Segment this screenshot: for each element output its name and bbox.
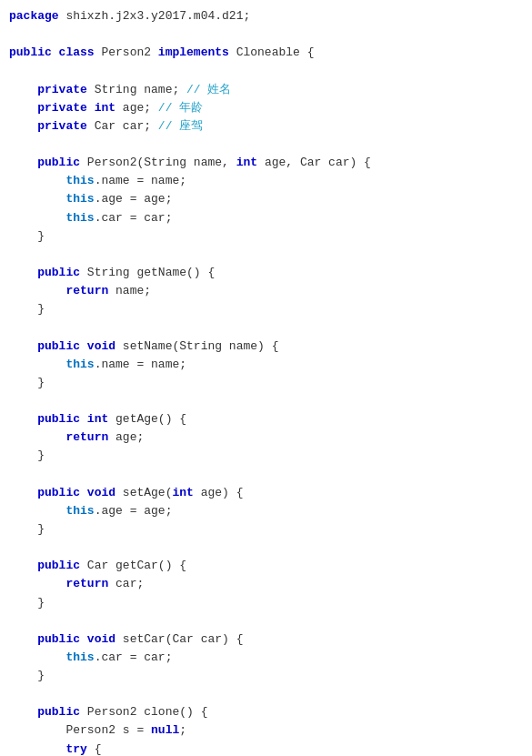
setname-decl: public void setName(String name) { [9,338,523,356]
setage-close: } [9,520,523,539]
field-name: private String name; // 姓名 [9,81,523,99]
blank-line [9,539,523,557]
clone-try: try { [9,741,523,756]
setage-this: this.age = age; [9,502,523,520]
blank-line [9,612,523,630]
getage-close: } [9,447,523,465]
code-editor: package shixzh.j2x3.y2017.m04.d21; publi… [0,7,532,756]
setname-close: } [9,374,523,392]
setname-this: this.name = name; [9,356,523,374]
blank-line [9,62,523,80]
blank-line [9,685,523,703]
package-line: package shixzh.j2x3.y2017.m04.d21; [9,7,523,25]
getage-decl: public int getAge() { [9,410,523,428]
blank-line [9,25,523,44]
setcar-this: this.car = car; [9,649,523,667]
constructor-this-car: this.car = car; [9,209,523,227]
blank-line [9,466,523,484]
getcar-return: return car; [9,575,523,593]
getcar-decl: public Car getCar() { [9,557,523,575]
blank-line [9,136,523,154]
field-age: private int age; // 年龄 [9,99,523,117]
getcar-close: } [9,594,523,612]
constructor-this-age: this.age = age; [9,190,523,208]
getname-decl: public String getName() { [9,264,523,282]
getage-return: return age; [9,428,523,447]
field-car: private Car car; // 座驾 [9,117,523,136]
getname-close: } [9,300,523,318]
getname-return: return name; [9,282,523,300]
setcar-decl: public void setCar(Car car) { [9,630,523,649]
blank-line [9,392,523,410]
setage-decl: public void setAge(int age) { [9,484,523,502]
constructor-this-name: this.name = name; [9,172,523,190]
constructor-close: } [9,227,523,246]
constructor-decl: public Person2(String name, int age, Car… [9,154,523,172]
blank-line [9,318,523,337]
clone-decl: public Person2 clone() { [9,703,523,721]
blank-line [9,246,523,264]
clone-init: Person2 s = null; [9,721,523,740]
setcar-close: } [9,667,523,685]
class-decl: public class Person2 implements Cloneabl… [9,44,523,62]
